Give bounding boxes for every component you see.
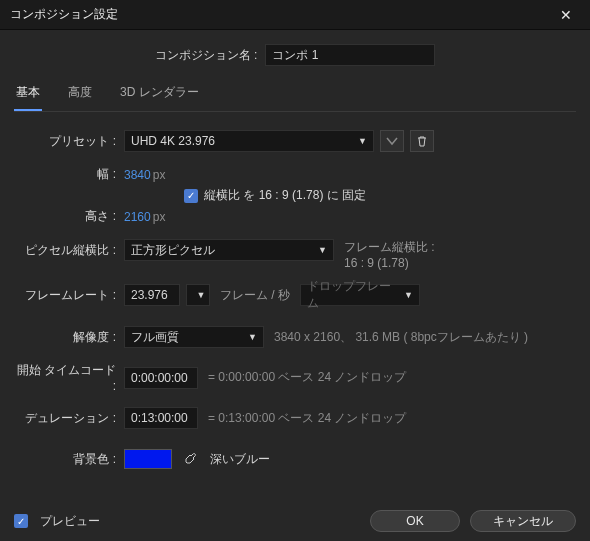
preset-label: プリセット :: [14, 133, 124, 150]
resolution-value: フル画質: [131, 329, 179, 346]
ok-button[interactable]: OK: [370, 510, 460, 532]
duration-info: = 0:13:00:00 ベース 24 ノンドロップ: [208, 410, 406, 427]
resolution-info: 3840 x 2160、 31.6 MB ( 8bpcフレームあたり ): [274, 329, 528, 346]
height-unit: px: [153, 210, 166, 224]
lock-aspect-checkbox[interactable]: ✓: [184, 189, 198, 203]
chevron-down-icon: ▼: [358, 136, 367, 146]
close-icon[interactable]: ✕: [552, 3, 580, 27]
tab-basic[interactable]: 基本: [14, 80, 42, 111]
chevron-down-icon: ▼: [248, 332, 257, 342]
frame-aspect-value: 16 : 9 (1.78): [344, 256, 435, 270]
bgcolor-swatch[interactable]: [124, 449, 172, 469]
chevron-down-icon: ▼: [197, 290, 206, 300]
framerate-unit: フレーム / 秒: [220, 287, 290, 304]
height-value[interactable]: 2160: [124, 210, 151, 224]
preset-select[interactable]: UHD 4K 23.976 ▼: [124, 130, 374, 152]
frame-aspect-info: フレーム縦横比 : 16 : 9 (1.78): [344, 239, 435, 270]
framerate-label: フレームレート :: [14, 287, 124, 304]
height-label: 高さ :: [14, 208, 124, 225]
comp-name-label: コンポジション名 :: [155, 47, 266, 64]
duration-label: デュレーション :: [14, 410, 124, 427]
pixel-aspect-label: ピクセル縦横比 :: [14, 239, 124, 259]
preview-checkbox[interactable]: ✓: [14, 514, 28, 528]
width-unit: px: [153, 168, 166, 182]
eyedropper-icon[interactable]: [180, 451, 200, 467]
footer: ✓ プレビュー OK キャンセル: [0, 501, 590, 541]
duration-input[interactable]: [124, 407, 198, 429]
pixel-aspect-value: 正方形ピクセル: [131, 242, 215, 259]
start-timecode-label: 開始 タイムコード :: [14, 362, 124, 393]
width-value[interactable]: 3840: [124, 168, 151, 182]
tab-advanced[interactable]: 高度: [66, 80, 94, 111]
tabs: 基本 高度 3D レンダラー: [14, 80, 576, 112]
framerate-input[interactable]: [124, 284, 180, 306]
save-preset-button[interactable]: [380, 130, 404, 152]
cancel-button[interactable]: キャンセル: [470, 510, 576, 532]
resolution-label: 解像度 :: [14, 329, 124, 346]
resolution-select[interactable]: フル画質 ▼: [124, 326, 264, 348]
width-label: 幅 :: [14, 166, 124, 183]
start-timecode-input[interactable]: [124, 367, 198, 389]
chevron-down-icon: ▼: [318, 245, 327, 255]
tab-3d-renderer[interactable]: 3D レンダラー: [118, 80, 201, 111]
lock-aspect-label: 縦横比 を 16 : 9 (1.78) に 固定: [204, 187, 366, 204]
dropframe-value: ドロップフレーム: [307, 278, 398, 312]
bgcolor-label: 背景色 :: [14, 451, 124, 468]
frame-aspect-label: フレーム縦横比 :: [344, 239, 435, 256]
preview-label: プレビュー: [40, 513, 100, 530]
comp-name-input[interactable]: [265, 44, 435, 66]
delete-preset-button[interactable]: [410, 130, 434, 152]
preset-value: UHD 4K 23.976: [131, 134, 215, 148]
dropframe-select: ドロップフレーム ▼: [300, 284, 420, 306]
titlebar: コンポジション設定 ✕: [0, 0, 590, 30]
framerate-menu[interactable]: ▼: [186, 284, 210, 306]
dialog-title: コンポジション設定: [10, 6, 118, 23]
bgcolor-name: 深いブルー: [210, 451, 270, 468]
pixel-aspect-select[interactable]: 正方形ピクセル ▼: [124, 239, 334, 261]
chevron-down-icon: ▼: [404, 290, 413, 300]
start-timecode-info: = 0:00:00:00 ベース 24 ノンドロップ: [208, 369, 406, 386]
